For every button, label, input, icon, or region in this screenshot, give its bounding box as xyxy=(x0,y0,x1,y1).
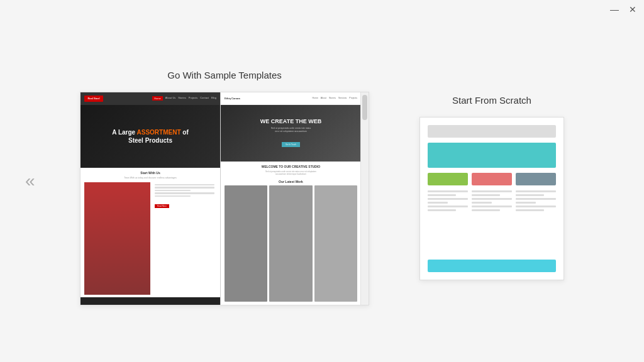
steel-logo: Real Steel xyxy=(84,96,103,102)
steel-highlight: ASSORTMENT xyxy=(137,129,181,136)
steel-text-line-4 xyxy=(155,192,214,194)
wf-line-1-6 xyxy=(428,209,456,211)
nav-arrow-left[interactable]: « xyxy=(25,171,35,191)
steel-image xyxy=(84,182,150,295)
wf-line-1-5 xyxy=(428,206,468,207)
steel-section-sub: Team With us today and discover endless … xyxy=(80,177,220,182)
wf-line-3-2 xyxy=(516,194,544,196)
creative-section-title: WELCOME TO OUR CREATIVE STUDIO xyxy=(225,165,357,168)
wf-line-2-3 xyxy=(472,198,512,200)
wf-line-3-6 xyxy=(516,209,544,211)
sample-templates-section: Go With Sample Templates Real Steel Home… xyxy=(80,70,369,305)
steel-nav-blog: Blog xyxy=(211,96,216,101)
steel-nav-about: About Us xyxy=(165,96,175,101)
steel-section-header: Start With Us xyxy=(80,168,220,177)
steel-content-row: Read More xyxy=(80,182,220,297)
steel-hero: A Large ASSORTMENT ofSteel Products xyxy=(80,105,220,168)
creative-nav-stories: Stories xyxy=(329,97,336,99)
creative-hero-text: WE CREATE THE WEB Sed ut perspiciatis un… xyxy=(260,118,321,148)
steel-image-inner xyxy=(84,182,150,295)
minimize-button[interactable]: — xyxy=(610,5,619,14)
wf-line-3-4 xyxy=(516,202,536,204)
wf-hero xyxy=(428,143,556,168)
main-content: Go With Sample Templates Real Steel Home… xyxy=(0,0,644,362)
steel-site: Real Steel Home About Us Stories Project… xyxy=(80,92,221,305)
steel-nav-home: Home xyxy=(152,96,163,101)
creative-logo: Ethiq Canara xyxy=(225,97,240,100)
wf-line-2-4 xyxy=(472,202,492,204)
wf-line-1-1 xyxy=(428,190,468,192)
steel-nav-stories: Stories xyxy=(178,96,186,101)
wf-btn-salmon xyxy=(472,173,512,185)
creative-hero: WE CREATE THE WEB Sed ut perspiciatis un… xyxy=(221,105,361,162)
wf-line-2-2 xyxy=(472,194,500,196)
scrollbar-thumb[interactable] xyxy=(362,95,367,120)
creative-img-2 xyxy=(269,185,312,302)
title-bar: — ✕ xyxy=(602,0,644,19)
wf-header xyxy=(428,125,556,138)
wf-content-cols xyxy=(428,190,556,255)
steel-hero-title: A Large ASSORTMENT ofSteel Products xyxy=(112,128,189,145)
wf-col-2 xyxy=(472,190,512,255)
creative-site: Ethiq Canara Home About Stories Services… xyxy=(221,92,361,305)
creative-img-1 xyxy=(225,185,267,302)
wf-btn-green xyxy=(428,173,468,185)
wf-line-3-5 xyxy=(516,206,556,207)
creative-section-sub: Sed ut perspiciatis unde omnis iste natu… xyxy=(225,170,357,176)
wf-line-2-6 xyxy=(472,209,500,211)
wf-line-1-3 xyxy=(428,198,468,200)
steel-text-line-5 xyxy=(155,195,191,197)
creative-hero-btn: Get In Touch xyxy=(282,142,300,147)
steel-nav: Real Steel Home About Us Stories Project… xyxy=(80,92,220,105)
wf-line-2-5 xyxy=(472,206,512,207)
wf-col-1 xyxy=(428,190,468,255)
scratch-section: Start From Scratch xyxy=(419,95,564,280)
wf-btn-blue xyxy=(516,173,556,185)
wf-line-1-2 xyxy=(428,194,456,196)
wf-line-3-3 xyxy=(516,198,556,200)
steel-text-block: Read More xyxy=(153,182,216,295)
steel-logo-text: Real Steel xyxy=(87,97,99,100)
steel-footer xyxy=(80,297,220,305)
creative-hero-title: WE CREATE THE WEB xyxy=(260,118,321,124)
wf-buttons-row xyxy=(428,173,556,185)
scratch-label: Start From Scratch xyxy=(452,95,531,106)
steel-lower: Start With Us Team With us today and dis… xyxy=(80,168,220,297)
close-button[interactable]: ✕ xyxy=(629,5,636,14)
creative-nav-services: Services xyxy=(338,97,347,99)
steel-cta-btn: Read More xyxy=(155,204,169,208)
creative-nav-projects: Projects xyxy=(349,97,357,99)
template-panel[interactable]: Real Steel Home About Us Stories Project… xyxy=(80,92,369,305)
creative-nav-items: Home About Stories Services Projects xyxy=(313,97,357,99)
steel-text-line-1 xyxy=(155,184,214,186)
creative-lower: WELCOME TO OUR CREATIVE STUDIO Sed ut pe… xyxy=(221,162,361,305)
sample-templates-label: Go With Sample Templates xyxy=(167,70,281,80)
steel-nav-projects: Projects xyxy=(189,96,197,101)
steel-text-line-2 xyxy=(155,187,214,189)
creative-nav-home: Home xyxy=(313,97,318,99)
wf-line-2-1 xyxy=(472,190,512,192)
creative-nav-about: About xyxy=(321,97,326,99)
steel-nav-contact: Contact xyxy=(200,96,209,101)
creative-work-title: Our Latest Work xyxy=(225,180,357,184)
website-preview: Real Steel Home About Us Stories Project… xyxy=(80,92,361,305)
steel-text-line-3 xyxy=(155,190,191,192)
creative-images-row xyxy=(225,185,357,302)
wf-col-3 xyxy=(516,190,556,255)
creative-img-3 xyxy=(314,185,357,302)
steel-hero-text: A Large ASSORTMENT ofSteel Products xyxy=(112,128,189,145)
scratch-panel[interactable] xyxy=(419,117,564,280)
creative-nav: Ethiq Canara Home About Stories Services… xyxy=(221,92,361,105)
wf-line-1-4 xyxy=(428,202,448,204)
creative-hero-sub: Sed ut perspiciatis unde omnis iste natu… xyxy=(260,127,321,133)
wf-line-3-1 xyxy=(516,190,556,192)
wf-footer xyxy=(428,260,556,272)
steel-nav-items: Home About Us Stories Projects Contact B… xyxy=(152,96,216,101)
